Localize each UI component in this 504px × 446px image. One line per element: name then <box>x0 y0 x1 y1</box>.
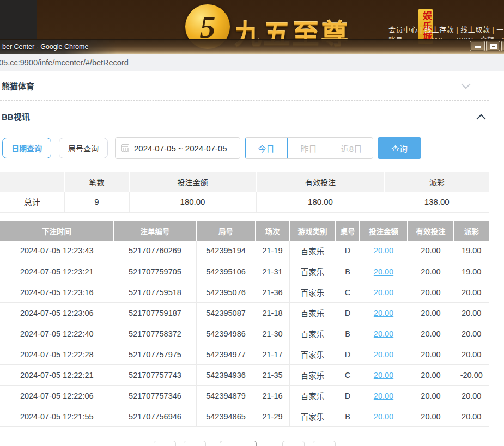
minimize-button[interactable] <box>470 41 485 51</box>
table-row: 2024-07-05 12:22:40521707758372542394986… <box>0 323 489 344</box>
cell-bet-time: 2024-07-05 12:21:55 <box>0 406 114 427</box>
cell-game-type: 百家乐 <box>289 241 336 261</box>
summary-header-bet-amount: 投注金额 <box>129 172 256 192</box>
cell-payout: 20.00 <box>454 282 489 303</box>
header-bet-time: 下注时间 <box>0 221 114 241</box>
summary-total-row: 总计 9 180.00 180.00 138.00 <box>0 192 489 212</box>
pagination-button[interactable] <box>313 441 336 446</box>
section-bb-video[interactable]: BB视讯 <box>0 101 504 132</box>
cell-payout: 20.00 <box>454 386 489 406</box>
cell-round-id: 542394865 <box>196 406 256 427</box>
cell-game-type: 百家乐 <box>289 323 336 344</box>
cell-payout: 20.00 <box>454 323 489 344</box>
summary-header-row: 笔数 投注金额 有效投注 派彩 <box>0 172 489 192</box>
cell-game-type: 百家乐 <box>289 386 336 406</box>
cell-payout: -20.00 <box>454 365 489 386</box>
cell-session: 21-31 <box>256 261 289 282</box>
header-valid-bet: 有效投注 <box>408 221 454 241</box>
maximize-button[interactable] <box>486 41 500 51</box>
cell-game-type: 百家乐 <box>289 303 336 323</box>
bet-amount-link[interactable]: 20.00 <box>374 329 393 338</box>
date-query-tab[interactable]: 日期查询 <box>2 138 51 158</box>
chevron-up-icon[interactable] <box>477 114 486 123</box>
bet-amount-link[interactable]: 20.00 <box>374 288 393 297</box>
cell-bet-id: 521707757743 <box>114 365 196 386</box>
bet-record-table: 下注时间 注单编号 局号 场次 游戏类别 桌号 投注金额 有效投注 派彩 202… <box>0 221 489 427</box>
bet-amount-link[interactable]: 20.00 <box>374 392 393 400</box>
cell-valid-bet: 20.00 <box>408 241 454 261</box>
cell-valid-bet: 20.00 <box>408 406 454 427</box>
cell-round-id: 542395194 <box>196 241 256 261</box>
section-panda-sports[interactable]: 熊猫体育 <box>0 71 489 101</box>
summary-header-count: 笔数 <box>64 172 129 192</box>
pagination-button[interactable] <box>154 441 176 446</box>
cell-session: 21-17 <box>256 344 289 365</box>
close-button[interactable] <box>501 41 504 51</box>
header-table-no: 桌号 <box>336 221 360 241</box>
cell-table-no: B <box>336 261 360 282</box>
site-top-nav[interactable]: 会员中心 | 线上存款 | 线上取款 | 一 <box>388 24 504 34</box>
cell-valid-bet: 20.00 <box>408 323 454 344</box>
chevron-down-icon[interactable] <box>462 80 471 89</box>
cell-round-id: 542394977 <box>196 344 256 365</box>
pagination <box>0 441 504 446</box>
pagination-button[interactable] <box>184 441 206 446</box>
cell-payout: 19.00 <box>454 241 489 261</box>
search-button[interactable]: 查询 <box>378 137 421 159</box>
today-button[interactable]: 今日 <box>245 138 288 158</box>
cell-valid-bet: 20.00 <box>408 365 454 386</box>
summary-total-label: 总计 <box>0 192 64 212</box>
date-range-input[interactable]: 2024-07-05 ~ 2024-07-05 <box>115 137 240 159</box>
summary-total-valid-bet: 180.00 <box>256 192 385 212</box>
page-content: 熊猫体育 BB视讯 日期查询 局号查询 2024-07-05 ~ 2024-07… <box>0 71 504 446</box>
cell-valid-bet: 20.00 <box>408 261 454 282</box>
url-text: 05.cc:9900/infe/mcenter/#/betRecord <box>0 58 129 67</box>
pagination-button-current[interactable] <box>220 441 257 446</box>
cell-table-no: B <box>336 406 360 427</box>
table-row: 2024-07-05 12:21:55521707756946542394865… <box>0 406 489 427</box>
cell-table-no: C <box>336 365 360 386</box>
cell-bet-id: 521707759518 <box>114 282 196 303</box>
bet-amount-link[interactable]: 20.00 <box>374 246 393 255</box>
cell-bet-amount: 20.00 <box>360 303 408 323</box>
window-titlebar[interactable]: ber Center - Google Chrome <box>0 39 504 54</box>
summary-total-count: 9 <box>64 192 129 212</box>
background-dark-block <box>0 0 37 41</box>
cell-table-no: D <box>336 344 360 365</box>
cell-bet-amount: 20.00 <box>360 241 408 261</box>
cell-bet-id: 521707757975 <box>114 344 196 365</box>
cell-session: 21-29 <box>256 406 289 427</box>
cell-game-type: 百家乐 <box>289 344 336 365</box>
summary-total-payout: 138.00 <box>385 192 489 212</box>
calendar-icon <box>121 144 129 152</box>
cell-bet-amount: 20.00 <box>360 365 408 386</box>
cell-table-no: B <box>336 323 360 344</box>
pagination-button[interactable] <box>282 441 305 446</box>
cell-bet-time: 2024-07-05 12:23:16 <box>0 282 114 303</box>
summary-header-empty <box>0 172 64 192</box>
cell-bet-time: 2024-07-05 12:23:43 <box>0 241 114 261</box>
cell-session: 21-30 <box>256 323 289 344</box>
cell-bet-time: 2024-07-05 12:23:06 <box>0 303 114 323</box>
bet-amount-link[interactable]: 20.00 <box>374 309 393 317</box>
cell-bet-amount: 20.00 <box>360 406 408 427</box>
cell-bet-time: 2024-07-05 12:22:40 <box>0 323 114 344</box>
cell-session: 21-35 <box>256 365 289 386</box>
bet-amount-link[interactable]: 20.00 <box>374 267 393 276</box>
cell-bet-time: 2024-07-05 12:22:21 <box>0 365 114 386</box>
cell-bet-amount: 20.00 <box>360 323 408 344</box>
round-query-tab[interactable]: 局号查询 <box>59 138 108 158</box>
cell-bet-amount: 20.00 <box>360 282 408 303</box>
filter-toolbar: 日期查询 局号查询 2024-07-05 ~ 2024-07-05 今日 昨日 … <box>2 137 504 159</box>
bet-amount-link[interactable]: 20.00 <box>374 371 393 380</box>
cell-session: 21-19 <box>256 241 289 261</box>
table-row: 2024-07-05 12:22:06521707757346542394879… <box>0 386 489 406</box>
last-8-days-button[interactable]: 近8日 <box>330 138 373 158</box>
bet-amount-link[interactable]: 20.00 <box>374 350 393 359</box>
address-bar[interactable]: 05.cc:9900/infe/mcenter/#/betRecord <box>0 54 504 71</box>
section-title: BB视讯 <box>2 111 30 122</box>
bet-amount-link[interactable]: 20.00 <box>374 412 393 421</box>
yesterday-button[interactable]: 昨日 <box>288 138 330 158</box>
cell-table-no: D <box>336 303 360 323</box>
cell-game-type: 百家乐 <box>289 365 336 386</box>
